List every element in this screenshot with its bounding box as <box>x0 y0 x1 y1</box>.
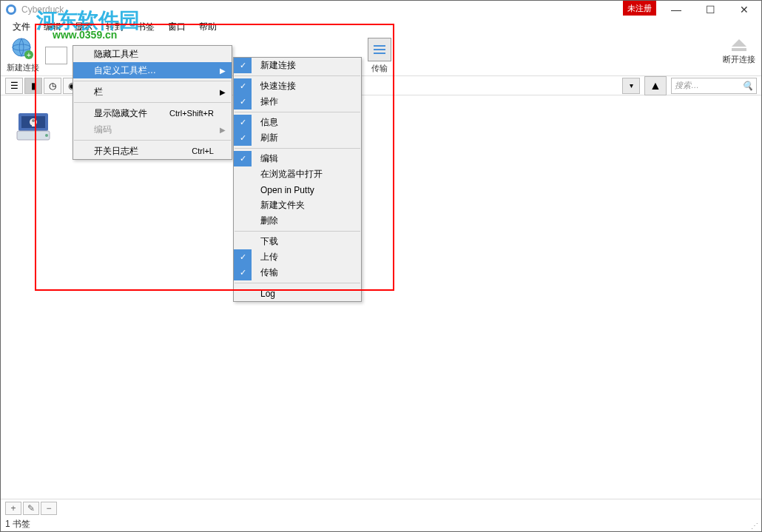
edit-bookmark-button[interactable]: ✎ <box>23 502 39 515</box>
check-icon: ✓ <box>234 265 252 280</box>
submenu-item[interactable]: ✓新建文件夹 <box>234 198 361 213</box>
search-placeholder: 搜索… <box>675 80 699 91</box>
svg-rect-8 <box>374 53 385 54</box>
menu-separator <box>74 102 231 103</box>
submenu-label: 编辑 <box>260 152 278 165</box>
submenu-label: 新建连接 <box>260 59 296 72</box>
app-icon <box>5 4 17 16</box>
svg-text:+: + <box>27 51 31 59</box>
svg-point-13 <box>32 119 35 122</box>
minimize-button[interactable]: — <box>659 1 693 18</box>
disconnect-button[interactable]: 断开连接 <box>723 38 755 65</box>
status-text: 1 书签 <box>5 518 30 531</box>
submenu-item[interactable]: ✓信息 <box>234 115 361 130</box>
menu-separator <box>235 75 360 76</box>
window-controls: 未注册 — ☐ ✕ <box>623 1 761 18</box>
submenu-item[interactable]: ✓Open in Putty <box>234 182 361 198</box>
statusbar: 1 书签 ⋰ <box>1 516 761 531</box>
submenu-item[interactable]: ✓编辑 <box>234 151 361 166</box>
menu-customize-toolbar[interactable]: 自定义工具栏…▶ <box>73 62 232 78</box>
toolbar-dropdown[interactable] <box>45 47 67 64</box>
menu-toggle-log[interactable]: 开关日志栏Ctrl+L <box>73 143 232 159</box>
svg-point-1 <box>8 7 14 13</box>
submenu-label: 操作 <box>260 95 278 108</box>
submenu-label: 快速连接 <box>260 80 296 92</box>
submenu-item[interactable]: ✓传输 <box>234 265 361 280</box>
check-icon: ✓ <box>234 130 252 146</box>
resize-grip[interactable]: ⋰ <box>751 522 758 530</box>
window-title: Cyberduck <box>21 4 64 15</box>
menu-show-hidden[interactable]: 显示隐藏文件Ctrl+Shift+R <box>73 105 232 121</box>
submenu-item[interactable]: ✓下载 <box>234 234 361 249</box>
menu-goto[interactable]: 转到 <box>100 19 129 35</box>
menu-separator <box>74 81 231 81</box>
transfer-button[interactable]: 传输 <box>368 38 391 74</box>
check-icon: ✓ <box>234 151 252 166</box>
menu-help[interactable]: 帮助 <box>193 19 223 35</box>
submenu-item[interactable]: ✓在浏览器中打开 <box>234 166 361 182</box>
remove-bookmark-button[interactable]: − <box>41 502 57 515</box>
menu-separator <box>235 283 360 283</box>
menu-edit[interactable]: 编辑 <box>38 19 67 35</box>
menu-separator <box>235 148 360 149</box>
up-button[interactable]: ▲ <box>644 76 667 95</box>
submenu-item[interactable]: ✓快速连接 <box>234 78 361 94</box>
submenu-label: 信息 <box>260 116 278 129</box>
submenu-label: Open in Putty <box>260 185 314 195</box>
submenu-item[interactable]: ✓上传 <box>234 249 361 265</box>
menu-file[interactable]: 文件 <box>7 19 36 35</box>
new-connection-label: 新建连接 <box>7 62 39 73</box>
menu-window[interactable]: 窗口 <box>162 19 192 35</box>
svg-rect-14 <box>32 122 35 127</box>
view-bookmark-button[interactable]: ▮ <box>24 78 42 94</box>
search-input[interactable]: 搜索… 🔍 <box>671 78 757 94</box>
menu-columns[interactable]: 栏▶ <box>73 84 232 100</box>
menu-separator <box>235 231 360 232</box>
submenu-label: 刷新 <box>260 132 278 144</box>
submenu-label: Log <box>260 289 275 299</box>
submenu-label: 新建文件夹 <box>260 199 305 212</box>
view-list-button[interactable]: ☰ <box>5 78 23 94</box>
view-menu: 隐藏工具栏 自定义工具栏…▶ 栏▶ 显示隐藏文件Ctrl+Shift+R 编码▶… <box>73 45 232 160</box>
submenu-label: 删除 <box>260 215 278 227</box>
check-icon: ✓ <box>234 94 252 110</box>
check-icon: ✓ <box>234 78 252 94</box>
new-connection-button[interactable]: + 新建连接 <box>7 37 39 73</box>
eject-icon <box>729 38 749 53</box>
path-dropdown-arrow[interactable]: ▾ <box>622 78 640 94</box>
menu-view[interactable]: 显示 <box>69 19 98 35</box>
submenu-item[interactable]: ✓新建连接 <box>234 58 361 73</box>
menubar: 文件 编辑 显示 转到 书签 窗口 帮助 <box>1 18 761 35</box>
bottombar: + ✎ − <box>1 499 761 516</box>
unregistered-badge[interactable]: 未注册 <box>623 1 656 16</box>
submenu-item[interactable]: ✓删除 <box>234 213 361 229</box>
svg-rect-9 <box>732 48 746 51</box>
search-icon: 🔍 <box>742 81 753 91</box>
view-history-button[interactable]: ◷ <box>44 78 61 94</box>
menu-hide-toolbar[interactable]: 隐藏工具栏 <box>73 46 232 62</box>
menu-separator <box>235 112 360 112</box>
check-icon: ✓ <box>234 249 252 265</box>
submenu-item[interactable]: ✓Log <box>234 286 361 301</box>
svg-rect-6 <box>374 45 385 47</box>
maximize-button[interactable]: ☐ <box>693 1 727 18</box>
check-icon: ✓ <box>234 115 252 130</box>
submenu-item[interactable]: ✓操作 <box>234 94 361 110</box>
globe-icon: + <box>11 37 35 61</box>
disconnect-label: 断开连接 <box>723 54 755 65</box>
menu-encoding: 编码▶ <box>73 121 232 138</box>
menu-bookmark[interactable]: 书签 <box>131 19 161 35</box>
transfer-label: 传输 <box>371 63 388 74</box>
submenu-label: 上传 <box>260 251 278 263</box>
submenu-label: 传输 <box>260 266 278 279</box>
submenu-label: 下载 <box>260 235 278 248</box>
close-button[interactable]: ✕ <box>727 1 761 18</box>
check-icon: ✓ <box>234 58 252 73</box>
menu-separator <box>74 140 231 141</box>
titlebar: Cyberduck 未注册 — ☐ ✕ <box>1 1 761 18</box>
bookmark-item[interactable] <box>11 110 55 143</box>
submenu-item[interactable]: ✓刷新 <box>234 130 361 146</box>
customize-toolbar-submenu: ✓新建连接✓快速连接✓操作✓信息✓刷新✓编辑✓在浏览器中打开✓Open in P… <box>233 57 362 302</box>
add-bookmark-button[interactable]: + <box>5 502 21 515</box>
transfer-icon <box>368 38 391 61</box>
